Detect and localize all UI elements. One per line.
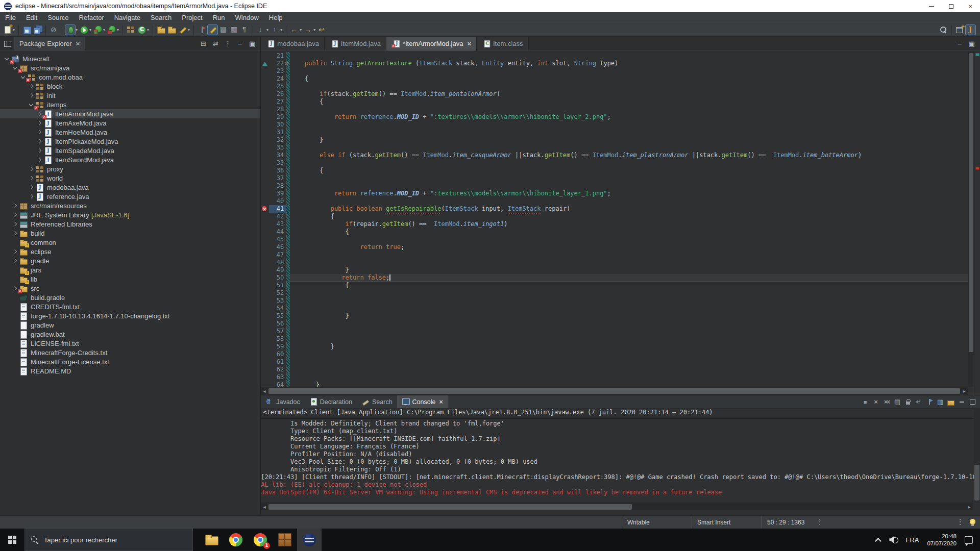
tree-item-gradlew[interactable]: gradlew — [0, 320, 260, 330]
annotate-dropdown-icon[interactable]: ▾ — [188, 28, 190, 32]
code-line-50[interactable]: 50 return false; — [261, 274, 968, 282]
annotate-icon[interactable] — [178, 25, 187, 35]
language-indicator[interactable]: FRA — [905, 536, 919, 544]
external-icon[interactable] — [107, 25, 116, 35]
chevron-down-icon[interactable] — [19, 73, 27, 81]
tree-item-itemaxemod-java[interactable]: ItemAxeMod.java — [0, 118, 260, 128]
code-line-57[interactable]: 57 — [261, 328, 968, 335]
code-line-45[interactable]: 45 — [261, 236, 968, 243]
minimize-icon[interactable] — [957, 397, 966, 407]
code-line-33[interactable]: 33 — [261, 144, 968, 152]
taskbar-app-file-explorer[interactable] — [199, 529, 224, 551]
search-toolbar-icon[interactable] — [939, 25, 948, 35]
close-icon[interactable]: × — [76, 40, 80, 47]
console-tab-console[interactable]: Console× — [397, 395, 448, 408]
chevron-right-icon[interactable] — [11, 285, 18, 292]
tree-item-forge-1-7-10-10-13-4-1614-1-7-10-changelog-txt[interactable]: forge-1.7.10-10.13.4.1614-1.7.10-changel… — [0, 311, 260, 320]
forward-dropdown-icon[interactable]: ▾ — [313, 28, 315, 32]
console-vertical-scrollbar[interactable] — [974, 409, 980, 503]
code-line-38[interactable]: 38 — [261, 182, 968, 190]
scrollbar-thumb[interactable] — [268, 504, 632, 510]
editor-vertical-scrollbar[interactable] — [968, 51, 974, 387]
console-tab-javadoc[interactable]: Javadoc — [261, 395, 305, 408]
chevron-right-icon[interactable] — [11, 248, 18, 255]
chevron-right-icon[interactable] — [36, 119, 43, 127]
java-perspective-icon[interactable] — [966, 25, 975, 35]
code-line-63[interactable]: 63 — [261, 373, 968, 381]
tree-item-itemarmormod-java[interactable]: ×ItemArmorMod.java — [0, 109, 260, 118]
code-line-44[interactable]: 44 { — [261, 228, 968, 236]
taskbar-app-eclipse[interactable] — [297, 529, 322, 551]
taskbar-clock[interactable]: 20:48 07/07/2020 — [927, 533, 957, 547]
menu-navigate[interactable]: Navigate — [109, 12, 145, 23]
code-line-35[interactable]: 35 — [261, 159, 968, 167]
maximize-icon[interactable]: ▣ — [967, 39, 977, 48]
close-icon[interactable]: × — [439, 398, 443, 406]
clear-console-icon[interactable] — [893, 397, 902, 407]
new-dropdown-icon[interactable]: ▾ — [13, 28, 15, 32]
code-line-52[interactable]: 52 — [261, 289, 968, 297]
tree-item-license-fml-txt[interactable]: LICENSE-fml.txt — [0, 339, 260, 348]
code-line-27[interactable]: 27 { — [261, 98, 968, 106]
coverage-dropdown-icon[interactable]: ▾ — [103, 28, 105, 32]
tree-item-gradlew-bat[interactable]: gradlew.bat — [0, 330, 260, 339]
chevron-right-icon[interactable] — [11, 211, 18, 218]
error-marker-icon[interactable]: × — [261, 206, 267, 212]
word-wrap-icon[interactable] — [914, 397, 923, 407]
pin-console-icon[interactable] — [925, 397, 934, 407]
close-button[interactable]: × — [961, 0, 980, 12]
chevron-down-icon[interactable] — [11, 64, 18, 71]
copy-doc-icon[interactable] — [218, 25, 228, 35]
menu-project[interactable]: Project — [177, 12, 207, 23]
tree-item-com-mod-obaa[interactable]: ×com.mod.obaa — [0, 72, 260, 82]
menu-refactor[interactable]: Refactor — [74, 12, 109, 23]
editor-horizontal-scrollbar[interactable]: ◂ ▸ — [261, 387, 968, 395]
taskbar-app-minecraft[interactable] — [273, 529, 297, 551]
new-icon[interactable] — [3, 25, 12, 35]
chevron-right-icon[interactable] — [28, 83, 35, 90]
tree-item-itemps[interactable]: ×itemps — [0, 100, 260, 109]
editor-tab-itemarmormod-java[interactable]: ×*ItemArmorMod.java× — [386, 37, 477, 51]
view-menu-icon[interactable]: ⋮ — [223, 39, 233, 48]
code-line-55[interactable]: 55 } — [261, 312, 968, 320]
display-selected-console-icon[interactable] — [936, 397, 945, 407]
scrollbar-thumb[interactable] — [969, 53, 973, 352]
maximize-icon[interactable]: ▣ — [247, 39, 257, 48]
tree-item-credits-fml-txt[interactable]: CREDITS-fml.txt — [0, 302, 260, 311]
scroll-left-arrow[interactable]: ◂ — [261, 387, 268, 395]
minimize-button[interactable] — [922, 0, 941, 12]
taskbar-app-chrome[interactable] — [224, 529, 248, 551]
overview-error-marker[interactable] — [975, 167, 979, 170]
tree-item-referenced-libraries[interactable]: Referenced Libraries — [0, 219, 260, 229]
tree-item-build-gradle[interactable]: build.gradle — [0, 293, 260, 302]
tree-item-itemswordmod-java[interactable]: ItemSwordMod.java — [0, 155, 260, 164]
menu-run[interactable]: Run — [208, 12, 230, 23]
code-line-30[interactable]: 30 — [261, 121, 968, 129]
tree-item-itemspademod-java[interactable]: ItemSpadeMod.java — [0, 146, 260, 155]
back-dropdown-icon[interactable]: ▾ — [300, 28, 302, 32]
code-line-46[interactable]: 46 return true; — [261, 243, 968, 251]
code-line-61[interactable]: 61 — [261, 358, 968, 366]
code-line-59[interactable]: 59 } — [261, 343, 968, 350]
menu-search[interactable]: Search — [145, 12, 177, 23]
taskbar-app-chrome[interactable]: 1 — [248, 529, 273, 551]
tree-item-gradle[interactable]: gradle — [0, 256, 260, 265]
link-editor-icon[interactable]: ⇄ — [210, 39, 220, 48]
tree-item-jre-system-library[interactable]: JRE System Library[JavaSE-1.6] — [0, 210, 260, 219]
scrollbar-thumb[interactable] — [268, 388, 960, 394]
action-center-icon[interactable] — [965, 536, 973, 544]
console-tab-declaration[interactable]: Declaration — [305, 395, 357, 408]
code-line-47[interactable]: 47 — [261, 251, 968, 259]
chevron-right-icon[interactable] — [36, 156, 43, 163]
saveall-icon[interactable] — [33, 25, 42, 35]
code-line-58[interactable]: 58 — [261, 335, 968, 343]
back-icon[interactable] — [289, 25, 299, 35]
code-line-23[interactable]: 23 — [261, 67, 968, 75]
terminate-icon[interactable] — [861, 397, 870, 407]
tree-item-minecraftforge-credits-txt[interactable]: MinecraftForge-Credits.txt — [0, 348, 260, 357]
tree-item-modobaa-java[interactable]: modobaa.java — [0, 183, 260, 192]
collapse-all-icon[interactable]: ⊟ — [198, 39, 208, 48]
code-line-62[interactable]: 62 — [261, 366, 968, 373]
skip-icon[interactable] — [49, 25, 59, 35]
code-line-37[interactable]: 37 — [261, 174, 968, 182]
